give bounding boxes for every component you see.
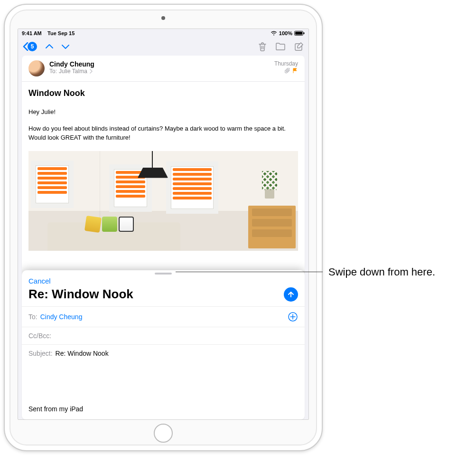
compose-body[interactable]: Sent from my iPad xyxy=(22,362,305,419)
compose-sheet: Cancel Re: Window Nook To: Cindy Cheung xyxy=(22,270,305,419)
compose-subject-value[interactable]: Re: Window Nook xyxy=(56,350,109,357)
arrow-up-icon xyxy=(287,291,295,298)
chevron-right-icon xyxy=(89,69,93,74)
cancel-button[interactable]: Cancel xyxy=(28,277,51,285)
wifi-icon xyxy=(271,31,277,36)
svg-rect-2 xyxy=(304,32,305,34)
status-left: 9:41 AM Tue Sep 15 xyxy=(22,30,75,36)
email-body-text: How do you feel about blinds instead of … xyxy=(28,124,298,142)
email-attachment-image[interactable] xyxy=(28,151,298,251)
svg-rect-1 xyxy=(295,32,302,35)
compose-icon[interactable] xyxy=(294,42,304,51)
send-button[interactable] xyxy=(284,287,298,302)
mail-header: Cindy Cheung To: Julie Talma Thursday xyxy=(22,56,305,82)
compose-title: Re: Window Nook xyxy=(28,287,133,302)
to-recipient[interactable]: Julie Talma xyxy=(59,68,87,75)
trash-icon[interactable] xyxy=(258,42,267,51)
attachment-icon xyxy=(285,68,290,74)
signature: Sent from my iPad xyxy=(28,405,298,413)
flag-icon xyxy=(292,68,298,74)
device-camera xyxy=(161,16,165,20)
status-date: Tue Sep 15 xyxy=(47,30,75,36)
add-contact-button[interactable] xyxy=(288,312,298,322)
unread-badge: 5 xyxy=(28,42,37,51)
compose-subject-label: Subject: xyxy=(28,350,53,357)
sheet-grabber[interactable] xyxy=(155,273,172,275)
callout-text: Swipe down from here. xyxy=(328,266,435,278)
back-button[interactable]: 5 xyxy=(23,42,37,51)
compose-to-value[interactable]: Cindy Cheung xyxy=(40,313,83,321)
email-subject: Window Nook xyxy=(28,88,298,98)
next-message-button[interactable] xyxy=(62,44,69,49)
email-date: Thursday xyxy=(274,60,298,67)
from-name[interactable]: Cindy Cheung xyxy=(49,60,274,68)
ipad-frame: 9:41 AM Tue Sep 15 100% 5 xyxy=(4,4,323,451)
compose-to-label: To: xyxy=(28,313,37,321)
home-button[interactable] xyxy=(154,424,173,443)
to-label: To: xyxy=(49,68,57,75)
compose-ccbcc-field[interactable]: Cc/Bcc: xyxy=(22,327,305,344)
callout-line xyxy=(176,272,323,272)
status-time: 9:41 AM xyxy=(22,30,42,36)
nav-bar: 5 xyxy=(18,38,308,56)
status-right: 100% xyxy=(271,30,305,36)
battery-icon xyxy=(294,31,305,36)
screen: 9:41 AM Tue Sep 15 100% 5 xyxy=(18,28,309,420)
status-battery-pct: 100% xyxy=(279,30,292,36)
avatar[interactable] xyxy=(28,60,45,76)
move-folder-icon[interactable] xyxy=(275,42,286,51)
compose-ccbcc-label: Cc/Bcc: xyxy=(28,332,51,340)
status-bar: 9:41 AM Tue Sep 15 100% xyxy=(18,29,308,38)
email-greeting: Hey Julie! xyxy=(28,108,298,117)
prev-message-button[interactable] xyxy=(46,44,53,49)
mail-view: Cindy Cheung To: Julie Talma Thursday xyxy=(22,56,305,419)
